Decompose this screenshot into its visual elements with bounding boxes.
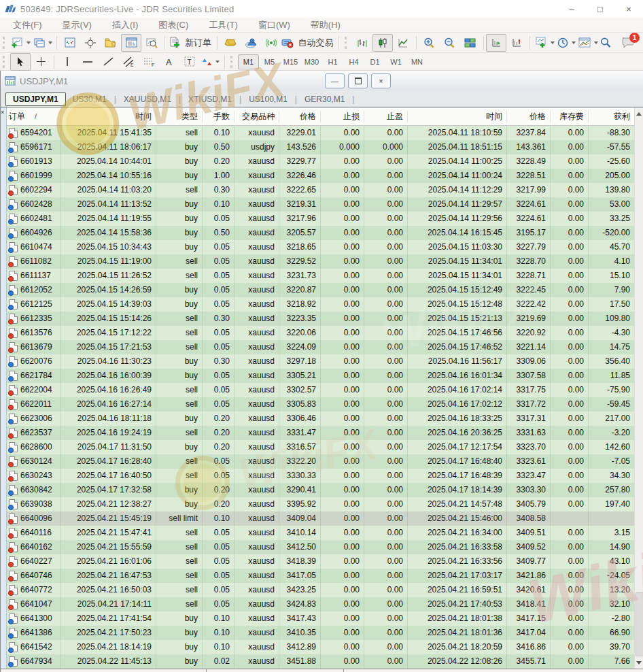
table-row[interactable]: 65942012025.04.11 15:41:35sell0.10xauusd… — [7, 126, 634, 140]
menu-item-c[interactable]: 图表(C) — [148, 18, 198, 33]
timeframe-h4[interactable]: H4 — [343, 54, 364, 69]
table-row[interactable]: 66410472025.04.21 17:14:11sell0.05xauusd… — [7, 597, 634, 611]
table-row[interactable]: 66104742025.04.15 10:34:43buy0.05xauusd3… — [7, 240, 634, 254]
table-row[interactable]: 66019132025.04.14 10:44:01buy0.20xauusd3… — [7, 154, 634, 169]
community-button[interactable] — [241, 34, 261, 52]
table-row[interactable]: 66220112025.04.16 16:27:14sell0.05xauusd… — [7, 397, 634, 411]
table-row[interactable]: 66120522025.04.15 14:26:59buy0.05xauusd3… — [7, 283, 634, 297]
tab-us30m1[interactable]: US30,M1 — [66, 93, 114, 105]
maximize-button[interactable]: □ — [586, 0, 614, 18]
table-row[interactable]: 66235372025.04.16 19:24:19sell0.20xauusd… — [7, 426, 634, 440]
column-header-6[interactable]: 止损 — [321, 111, 364, 122]
signals-button[interactable] — [261, 34, 281, 52]
scrollbar-thumb[interactable] — [636, 592, 643, 656]
label-tool-button[interactable]: T — [179, 53, 200, 71]
table-row[interactable]: 66024282025.04.14 11:13:52buy0.10xauusd3… — [7, 197, 634, 212]
table-row[interactable]: 66402272025.04.21 16:01:06sell0.05xauusd… — [7, 554, 634, 569]
table-row[interactable]: 66401162025.04.21 15:47:41sell0.05xauusd… — [7, 526, 634, 540]
table-row[interactable]: 66220042025.04.16 16:26:49sell0.05xauusd… — [7, 383, 634, 397]
table-row[interactable]: 66413862025.04.21 17:50:23buy0.10xauusd3… — [7, 626, 634, 640]
new-chart-button[interactable] — [10, 34, 32, 52]
vertical-line-tool-button[interactable] — [57, 53, 77, 71]
timeframe-m5[interactable]: M5 — [259, 54, 280, 69]
table-row[interactable]: 66049262025.04.14 15:58:36buy0.50xauusd3… — [7, 226, 634, 240]
panel-close-icon[interactable]: × — [1, 109, 4, 116]
menu-item-w[interactable]: 窗口(W) — [248, 18, 300, 33]
table-row[interactable]: 66302432025.04.17 16:40:50sell0.05xauusd… — [7, 469, 634, 483]
table-row[interactable]: 66123352025.04.15 15:14:26sell0.30xauusd… — [7, 312, 634, 326]
table-row[interactable]: 66121252025.04.15 14:39:03buy0.05xauusd3… — [7, 297, 634, 312]
tab-xauusdm1[interactable]: XAUUSD,M1 — [117, 93, 178, 105]
zoom-out-button[interactable] — [440, 34, 460, 52]
zoom-in-button[interactable] — [419, 34, 440, 52]
table-row[interactable]: 66111372025.04.15 11:26:52sell0.05xauusd… — [7, 269, 634, 283]
table-row[interactable]: 66401622025.04.21 15:55:59sell0.05xauusd… — [7, 540, 634, 554]
table-row[interactable]: 66479342025.04.22 11:45:13buy0.02xauusd3… — [7, 654, 634, 669]
shapes-tool-button[interactable] — [200, 53, 222, 71]
table-row[interactable]: 66415422025.04.21 18:14:19buy0.10xauusd3… — [7, 640, 634, 654]
new-order-button[interactable]: 新订单 — [168, 34, 214, 52]
table-row[interactable]: 65961712025.04.11 18:06:17buy0.50usdjpy1… — [7, 140, 634, 154]
table-row[interactable]: 66136792025.04.15 17:21:53sell0.05xauusd… — [7, 340, 634, 354]
indicators-button[interactable] — [533, 34, 555, 52]
column-header-3[interactable]: 手数 — [203, 111, 234, 122]
table-row[interactable]: 66407722025.04.21 16:50:03sell0.05xauusd… — [7, 583, 634, 597]
menu-item-v[interactable]: 显示(V) — [52, 18, 102, 33]
tab-us100m1[interactable]: US100,M1 — [242, 93, 294, 105]
horizontal-line-tool-button[interactable] — [77, 53, 98, 71]
timeframe-m15[interactable]: M15 — [280, 54, 301, 69]
column-header-10[interactable]: 库存费 — [551, 111, 589, 122]
navigator-button[interactable] — [101, 34, 121, 52]
table-row[interactable]: 66019992025.04.14 10:55:16buy1.00xauusd3… — [7, 169, 634, 183]
search-button[interactable] — [599, 37, 612, 49]
table-row[interactable]: 66301242025.04.17 16:28:40sell0.05xauusd… — [7, 454, 634, 469]
table-row[interactable]: 66390382025.04.21 12:38:27buy0.20xauusd3… — [7, 497, 634, 511]
menu-item-h[interactable]: 帮助(H) — [300, 18, 351, 33]
table-row[interactable]: 66200762025.04.16 11:30:23buy0.30xauusd3… — [7, 354, 634, 369]
table-row[interactable]: 66135762025.04.15 17:12:22sell0.05xauusd… — [7, 326, 634, 340]
table-row[interactable]: 66217842025.04.16 16:00:39buy0.05xauusd3… — [7, 369, 634, 383]
column-header-9[interactable]: 价格 — [507, 111, 551, 122]
periods-button[interactable] — [556, 34, 577, 52]
timeframe-mn[interactable]: MN — [406, 54, 428, 69]
cursor-tool-button[interactable] — [10, 53, 31, 71]
column-header-4[interactable]: 交易品种 — [234, 111, 279, 122]
vertical-scrollbar[interactable] — [634, 107, 643, 669]
column-header-8[interactable]: 时间 — [408, 111, 507, 122]
minimize-button[interactable]: – — [557, 0, 586, 18]
timeframe-m30[interactable]: M30 — [301, 54, 322, 69]
bar-chart-button[interactable] — [352, 34, 372, 52]
autotrade-button[interactable]: 自动交易 — [281, 34, 336, 52]
scroll-up-button[interactable] — [635, 108, 643, 119]
column-header-11[interactable]: 获利 — [589, 111, 634, 122]
column-header-1[interactable]: 时间 — [61, 111, 156, 122]
chart-close-button[interactable]: × — [371, 73, 391, 88]
crosshair-tool-button[interactable] — [31, 53, 51, 71]
menu-item-t[interactable]: 工具(T) — [198, 18, 248, 33]
column-header-2[interactable]: 类型 — [156, 111, 203, 122]
chart-window-caption[interactable]: USDJPY,M1 — × — [0, 71, 643, 92]
column-header-7[interactable]: 止盈 — [364, 111, 408, 122]
channel-tool-button[interactable]: E — [118, 53, 139, 71]
timeframe-m1[interactable]: M1 — [238, 54, 259, 69]
chart-shift-button[interactable] — [506, 34, 527, 52]
strategy-tester-button[interactable] — [141, 34, 162, 52]
table-row[interactable]: 66286002025.04.17 11:31:50buy0.20xauusd3… — [7, 440, 634, 454]
timeframe-w1[interactable]: W1 — [385, 54, 406, 69]
tile-windows-button[interactable] — [460, 34, 481, 52]
column-header-0[interactable]: 订单/ — [7, 111, 61, 122]
templates-button[interactable] — [577, 34, 599, 52]
data-window-button[interactable] — [80, 34, 101, 52]
table-row[interactable]: 66022942025.04.14 11:03:20sell0.30xauusd… — [7, 183, 634, 197]
menu-item-i[interactable]: 插入(I) — [102, 18, 148, 33]
table-row[interactable]: 66407462025.04.21 16:47:53sell0.05xauusd… — [7, 569, 634, 583]
table-row[interactable]: 66413002025.04.21 17:41:54buy0.10xauusd3… — [7, 611, 634, 626]
chart-minimize-button[interactable]: — — [325, 73, 345, 88]
chart-restore-button[interactable] — [348, 73, 368, 88]
tab-usdjpym1[interactable]: USDJPY,M1 — [5, 93, 66, 106]
table-row[interactable]: 66308422025.04.17 17:32:58buy0.20xauusd3… — [7, 483, 634, 497]
table-row[interactable]: 66400962025.04.21 15:45:19sell limit0.10… — [7, 511, 634, 526]
close-button[interactable]: × — [614, 0, 643, 18]
menu-item-f[interactable]: 文件(F) — [3, 18, 52, 33]
line-chart-button[interactable] — [393, 34, 413, 52]
